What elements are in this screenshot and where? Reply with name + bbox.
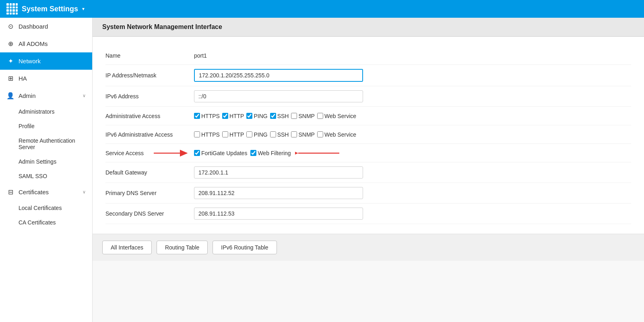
sidebar: ⊙ Dashboard ⊕ All ADOMs ✦ Network ⊞ HA 👤… (0, 18, 93, 322)
ipv6-admin-access-web-service[interactable]: Web Service (317, 131, 356, 138)
sidebar-item-label: HA (19, 75, 27, 82)
content-header: System Network Management Interface (93, 18, 644, 37)
ip-label: IP Address/Netmask (105, 72, 194, 79)
page-title: System Network Management Interface (102, 23, 634, 31)
adoms-icon: ⊕ (6, 40, 14, 48)
field-ip: IP Address/Netmask (105, 65, 631, 86)
admin-access-ssh-checkbox[interactable] (270, 113, 276, 119)
certificates-label: Certificates (19, 189, 49, 195)
sidebar-item-label: Dashboard (19, 23, 48, 30)
name-label: Name (105, 52, 194, 59)
admin-access-web-service-checkbox[interactable] (317, 113, 323, 119)
field-service-access: Service Access FortiGate Updates (105, 144, 631, 162)
top-bar: System Settings ▾ (0, 0, 644, 18)
certificates-icon: ⊟ (6, 188, 14, 196)
name-value: port1 (194, 52, 207, 59)
ipv6-admin-access-http[interactable]: HTTP (222, 131, 244, 138)
field-ipv6-admin-access: IPv6 Administrative Access HTTPS HTTP PI… (105, 125, 631, 144)
sidebar-sub-item-ca-certs[interactable]: CA Certificates (0, 215, 92, 230)
secondary-dns-input[interactable] (194, 208, 363, 220)
sidebar-item-dashboard[interactable]: ⊙ Dashboard (0, 18, 92, 35)
saml-sso-label: SAML SSO (19, 173, 47, 179)
default-gw-label: Default Gateway (105, 169, 194, 176)
ipv6-input[interactable] (194, 90, 363, 102)
administrators-label: Administrators (19, 108, 54, 115)
sidebar-item-admin[interactable]: 👤 Admin ∨ (0, 87, 92, 104)
ipv6-label: IPv6 Address (105, 93, 194, 100)
admin-access-snmp[interactable]: SNMP (291, 113, 314, 119)
content-area: System Network Management Interface Name… (93, 18, 644, 322)
remote-auth-label: Remote Authentication Server (19, 137, 75, 150)
sidebar-sub-item-admin-settings[interactable]: Admin Settings (0, 154, 92, 169)
sidebar-sub-item-saml-sso[interactable]: SAML SSO (0, 169, 92, 183)
field-primary-dns: Primary DNS Server (105, 183, 631, 204)
admin-access-http[interactable]: HTTP (222, 113, 244, 119)
ipv6-routing-table-button[interactable]: IPv6 Routing Table (213, 241, 277, 254)
ipv6-admin-access-label: IPv6 Administrative Access (105, 131, 194, 138)
sidebar-sub-item-administrators[interactable]: Administrators (0, 104, 92, 119)
sidebar-sub-item-local-certs[interactable]: Local Certificates (0, 201, 92, 215)
ipv6-admin-access-https[interactable]: HTTPS (194, 131, 220, 138)
profile-label: Profile (19, 123, 35, 129)
field-default-gw: Default Gateway (105, 162, 631, 183)
service-access-web-filtering[interactable]: Web Filtering (250, 150, 291, 156)
field-ipv6: IPv6 Address (105, 86, 631, 107)
ipv6-admin-access-snmp[interactable]: SNMP (291, 131, 314, 138)
admin-access-https-checkbox[interactable] (194, 113, 200, 119)
primary-dns-input[interactable] (194, 187, 363, 199)
admin-icon: 👤 (6, 92, 14, 100)
ip-input[interactable] (194, 69, 363, 82)
secondary-dns-label: Secondary DNS Server (105, 210, 194, 217)
sidebar-sub-item-profile[interactable]: Profile (0, 119, 92, 133)
service-access-fortigate-checkbox[interactable] (194, 150, 200, 156)
certificates-chevron: ∨ (83, 189, 86, 195)
ipv6-admin-access-https-checkbox[interactable] (194, 131, 200, 137)
admin-access-ssh[interactable]: SSH (270, 113, 289, 119)
ipv6-admin-access-web-service-checkbox[interactable] (317, 131, 323, 137)
admin-access-checkboxes: HTTPS HTTP PING SSH (194, 113, 356, 119)
service-access-web-filtering-checkbox[interactable] (250, 150, 256, 156)
routing-table-button[interactable]: Routing Table (157, 241, 208, 254)
sidebar-item-all-adoms[interactable]: ⊕ All ADOMs (0, 35, 92, 52)
admin-access-label: Administrative Access (105, 113, 194, 119)
ipv6-admin-access-snmp-checkbox[interactable] (291, 131, 297, 137)
admin-settings-label: Admin Settings (19, 158, 56, 165)
sidebar-item-label: Admin (19, 92, 36, 99)
sidebar-item-network[interactable]: ✦ Network (0, 52, 92, 70)
admin-access-ping[interactable]: PING (246, 113, 267, 119)
sidebar-item-label: All ADOMs (19, 40, 48, 47)
network-icon: ✦ (6, 57, 14, 65)
service-access-fortigate[interactable]: FortiGate Updates (194, 150, 247, 156)
main-layout: ⊙ Dashboard ⊕ All ADOMs ✦ Network ⊞ HA 👤… (0, 18, 644, 322)
dashboard-icon: ⊙ (6, 23, 14, 30)
sidebar-item-label: Network (19, 58, 41, 64)
field-secondary-dns: Secondary DNS Server (105, 204, 631, 224)
arrow-left-icon (154, 149, 190, 158)
local-certs-label: Local Certificates (19, 205, 62, 211)
ca-certs-label: CA Certificates (19, 219, 56, 226)
admin-access-https[interactable]: HTTPS (194, 113, 220, 119)
admin-access-http-checkbox[interactable] (222, 113, 228, 119)
app-logo (6, 3, 18, 15)
app-title-chevron[interactable]: ▾ (82, 6, 85, 12)
admin-access-web-service[interactable]: Web Service (317, 113, 356, 119)
ipv6-admin-access-ssh[interactable]: SSH (270, 131, 289, 138)
sidebar-sub-item-remote-auth[interactable]: Remote Authentication Server (0, 133, 92, 154)
arrow-right-icon (295, 149, 339, 158)
sidebar-item-certificates[interactable]: ⊟ Certificates ∨ (0, 183, 92, 201)
default-gw-input[interactable] (194, 166, 363, 179)
admin-access-snmp-checkbox[interactable] (291, 113, 297, 119)
ipv6-admin-access-ping[interactable]: PING (246, 131, 267, 138)
ha-icon: ⊞ (6, 75, 14, 82)
ipv6-admin-access-http-checkbox[interactable] (222, 131, 228, 137)
ipv6-admin-access-ssh-checkbox[interactable] (270, 131, 276, 137)
sidebar-item-ha[interactable]: ⊞ HA (0, 70, 92, 87)
field-name: Name port1 (105, 46, 631, 65)
admin-chevron: ∨ (83, 93, 86, 98)
service-access-wrapper: FortiGate Updates Web Filtering (194, 150, 291, 156)
all-interfaces-button[interactable]: All Interfaces (102, 241, 152, 254)
bottom-bar: All Interfaces Routing Table IPv6 Routin… (93, 234, 644, 261)
ipv6-admin-access-checkboxes: HTTPS HTTP PING SSH (194, 131, 356, 138)
ipv6-admin-access-ping-checkbox[interactable] (246, 131, 252, 137)
admin-access-ping-checkbox[interactable] (246, 113, 252, 119)
